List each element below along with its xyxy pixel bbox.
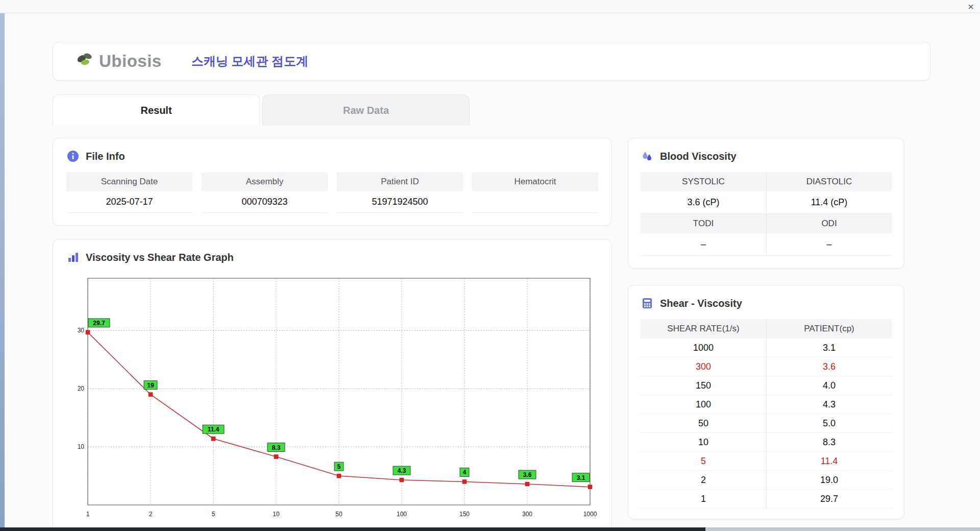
svg-text:20: 20 xyxy=(78,385,85,392)
table-cell-rate: 2 xyxy=(641,471,766,490)
calculator-icon xyxy=(641,297,654,310)
field-label: Scanning Date xyxy=(66,172,192,191)
field-hematocrit: Hematocrit xyxy=(472,172,598,213)
odi-header: ODI xyxy=(766,214,892,233)
field-label: Hematocrit xyxy=(472,172,598,191)
tab-bar: Result Raw Data xyxy=(53,94,930,126)
diastolic-value: 11.4 (cP) xyxy=(766,191,892,214)
svg-text:50: 50 xyxy=(335,511,342,518)
table-cell-rate: 300 xyxy=(641,357,766,376)
svg-text:2: 2 xyxy=(149,511,153,518)
leaf-logo-icon xyxy=(75,51,97,71)
svg-text:3.1: 3.1 xyxy=(577,474,585,481)
blood-drop-icon xyxy=(641,150,654,163)
diastolic-header: DIASTOLIC xyxy=(766,172,892,191)
svg-text:5: 5 xyxy=(337,463,341,470)
table-cell-rate: 5 xyxy=(641,452,766,471)
svg-text:300: 300 xyxy=(522,511,532,518)
file-info-title: File Info xyxy=(86,151,125,162)
table-cell-patient: 3.6 xyxy=(766,357,892,376)
file-info-fields: Scanning Date 2025-07-17 Assembly 000709… xyxy=(66,172,598,213)
page-title: 스캐닝 모세관 점도계 xyxy=(191,53,308,69)
table-cell-patient: 5.0 xyxy=(766,414,892,433)
field-assembly: Assembly 000709323 xyxy=(202,172,328,213)
close-icon[interactable]: × xyxy=(968,1,974,12)
column-header-shear-rate: SHEAR RATE(1/s) xyxy=(641,319,766,339)
field-value: 51971924500 xyxy=(337,191,463,213)
blood-viscosity-card: Blood Viscosity SYSTOLIC DIASTOLIC 3.6 (… xyxy=(628,138,904,269)
table-cell-patient: 11.4 xyxy=(766,452,892,471)
table-cell-patient: 19.0 xyxy=(766,471,892,490)
viscosity-graph-card: Viscosity vs Shear Rate Graph 1020301251… xyxy=(53,239,612,527)
main-page: Ubiosis 스캐닝 모세관 점도계 Result Raw Data File… xyxy=(5,13,980,527)
logo-text: Ubiosis xyxy=(99,52,162,71)
field-value: 2025-07-17 xyxy=(66,191,192,213)
graph-title: Viscosity vs Shear Rate Graph xyxy=(86,252,234,263)
svg-text:29.7: 29.7 xyxy=(93,320,105,327)
table-cell-patient: 4.3 xyxy=(766,395,892,414)
field-value xyxy=(472,191,598,213)
shear-viscosity-card: Shear - Viscosity SHEAR RATE(1/s) PATIEN… xyxy=(628,285,904,519)
shear-viscosity-title: Shear - Viscosity xyxy=(660,298,742,309)
table-cell-rate: 1 xyxy=(641,490,766,509)
systolic-value: 3.6 (cP) xyxy=(641,191,766,214)
table-cell-rate: 150 xyxy=(641,376,766,395)
table-cell-patient: 4.0 xyxy=(766,376,892,395)
svg-text:4.3: 4.3 xyxy=(398,467,406,474)
svg-text:1000: 1000 xyxy=(583,511,597,518)
odi-value: – xyxy=(766,233,892,256)
window-titlebar: × xyxy=(0,0,980,13)
bar-chart-icon xyxy=(66,251,80,264)
table-cell-patient: 8.3 xyxy=(766,433,892,452)
field-patient-id: Patient ID 51971924500 xyxy=(337,172,463,213)
info-icon xyxy=(66,150,80,163)
window-bottom-edge xyxy=(0,527,980,531)
svg-text:8.3: 8.3 xyxy=(272,444,281,451)
todi-value: – xyxy=(641,233,766,256)
svg-text:11.4: 11.4 xyxy=(208,426,219,433)
svg-text:150: 150 xyxy=(459,511,470,518)
svg-text:19: 19 xyxy=(147,382,154,389)
field-value: 000709323 xyxy=(202,191,328,213)
todi-header: TODI xyxy=(641,214,766,233)
svg-text:4: 4 xyxy=(463,469,467,476)
table-cell-rate: 10 xyxy=(641,433,766,452)
svg-text:1: 1 xyxy=(86,511,90,518)
table-cell-patient: 3.1 xyxy=(766,339,892,357)
systolic-header: SYSTOLIC xyxy=(641,172,766,191)
svg-text:3.6: 3.6 xyxy=(523,471,532,478)
blood-viscosity-title: Blood Viscosity xyxy=(660,151,737,162)
column-header-patient: PATIENT(cp) xyxy=(766,319,892,339)
table-cell-rate: 100 xyxy=(641,395,766,414)
svg-text:100: 100 xyxy=(397,511,407,518)
tab-raw-data[interactable]: Raw Data xyxy=(262,94,470,126)
table-cell-rate: 1000 xyxy=(641,339,766,357)
field-label: Assembly xyxy=(202,172,328,191)
svg-text:10: 10 xyxy=(273,511,280,518)
viscosity-chart: 1020301251050100150300100029.71911.48.35… xyxy=(66,273,597,523)
table-cell-rate: 50 xyxy=(641,414,766,433)
shear-viscosity-table: SHEAR RATE(1/s) PATIENT(cp) 1000 3.1 300… xyxy=(641,319,892,509)
table-cell-patient: 29.7 xyxy=(766,490,892,509)
svg-text:30: 30 xyxy=(78,327,85,334)
blood-viscosity-table: SYSTOLIC DIASTOLIC 3.6 (cP) 11.4 (cP) TO… xyxy=(641,172,892,256)
tab-result[interactable]: Result xyxy=(53,94,260,126)
file-info-card: File Info Scanning Date 2025-07-17 Assem… xyxy=(53,138,612,226)
ubiosis-logo: Ubiosis xyxy=(75,51,162,71)
app-header: Ubiosis 스캐닝 모세관 점도계 xyxy=(53,42,930,81)
field-label: Patient ID xyxy=(337,172,463,191)
svg-text:5: 5 xyxy=(212,511,215,518)
svg-text:10: 10 xyxy=(78,443,85,450)
window-left-edge xyxy=(0,13,5,527)
field-scanning-date: Scanning Date 2025-07-17 xyxy=(66,172,192,213)
